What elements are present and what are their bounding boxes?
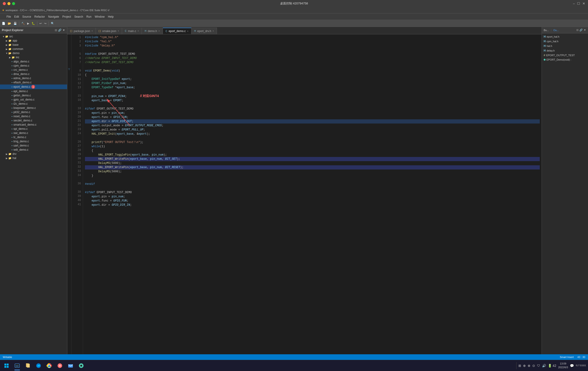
menu-refactor[interactable]: Refactor bbox=[34, 15, 45, 18]
menu-project[interactable]: Project bbox=[63, 15, 71, 18]
menu-window[interactable]: Window bbox=[95, 15, 105, 18]
taskbar-app-mail[interactable] bbox=[65, 360, 76, 371]
tree-item-reset-demo[interactable]: ▶ ▪ reset_demo.c bbox=[0, 114, 67, 118]
tab-bar[interactable]: { } package.json × { } xmake.json × C ma… bbox=[67, 27, 542, 34]
tree-item-swi-demo[interactable]: ▶ ▪ swi_demo.c bbox=[0, 131, 67, 135]
right-tab-build[interactable]: Bu... bbox=[544, 29, 549, 32]
collapse-icon[interactable]: ⊟ bbox=[576, 29, 578, 32]
tree-item-tc-demo[interactable]: ▶ ▪ tc_demo.c bbox=[0, 135, 67, 139]
tree-item-src[interactable]: ▼ 📁 src bbox=[0, 34, 67, 39]
right-panel-icons[interactable]: ⊟ 🔗 ▼ bbox=[576, 29, 586, 32]
outline-item-cpm-hal[interactable]: H cpm_hal.h bbox=[543, 39, 587, 44]
bluetooth-icon[interactable]: ⊕ bbox=[523, 364, 526, 368]
tab-eport-drv-h[interactable]: H eport_drv.h × bbox=[191, 28, 217, 34]
tree-item-uart-demo[interactable]: ▶ ▪ uart_demo.c bbox=[0, 143, 67, 148]
toolbar-new[interactable]: 📄 bbox=[1, 21, 6, 26]
tree-item-crc-demo[interactable]: ▶ ▪ crc_demo.c bbox=[0, 68, 67, 72]
tree-item-edma-demo[interactable]: ▶ ▪ edma_demo.c bbox=[0, 76, 67, 80]
tab-package-json[interactable]: { } package.json × bbox=[67, 28, 96, 34]
toolbar-run[interactable]: ▶ bbox=[26, 21, 30, 26]
toolbar-search[interactable]: 🔍 bbox=[50, 21, 55, 26]
toolbar-redo[interactable]: ↪ bbox=[43, 21, 47, 26]
sys-clock[interactable]: 13:09 2022/6/3 bbox=[558, 362, 568, 369]
collapse-all-icon[interactable]: ⊟ bbox=[55, 29, 57, 32]
outline-item-eport-hal[interactable]: H eport_hal.h bbox=[543, 34, 587, 39]
menu-source[interactable]: Source bbox=[22, 15, 31, 18]
menu-icon-right[interactable]: ▼ bbox=[584, 29, 586, 32]
close-button[interactable] bbox=[3, 2, 6, 5]
tree-item-trng-demo[interactable]: ▶ ▪ trng_demo.c bbox=[0, 139, 67, 143]
maximize-button[interactable] bbox=[12, 2, 15, 5]
tree-item-smartcard-demo[interactable]: ▶ ▪ smartcard_demo.c bbox=[0, 123, 67, 127]
tree-item-ept-demo[interactable]: ▶ ▪ ept_demo.c bbox=[0, 89, 67, 93]
outline-item-hal[interactable]: H hal.h bbox=[543, 44, 587, 48]
tree-item-drv[interactable]: ▶ 📁 drv bbox=[0, 152, 67, 156]
right-tab-outline[interactable]: Ou... bbox=[553, 29, 559, 32]
security-icon[interactable]: ⊙ bbox=[532, 364, 535, 368]
battery-icon[interactable]: 🔋 42 bbox=[548, 364, 556, 368]
toolbar-debug[interactable]: 🐛 bbox=[31, 21, 36, 26]
window-controls[interactable] bbox=[3, 2, 15, 5]
close-icon[interactable]: ✕ bbox=[582, 2, 585, 5]
tree-item-i2c-demo[interactable]: ▶ ▪ i2c_demo.c bbox=[0, 102, 67, 106]
taskbar-app-chrome[interactable] bbox=[44, 360, 54, 371]
taskbar-start-button[interactable] bbox=[2, 361, 11, 370]
tree-item-hal[interactable]: ▶ 📁 hal bbox=[0, 156, 67, 160]
tree-item-eport-demo[interactable]: ▶ ▪ eport_demo.c 1 bbox=[0, 85, 67, 89]
fold-marker-void[interactable]: ▽ bbox=[68, 68, 70, 70]
tree-item-secdet-demo[interactable]: ▶ ▪ secdet_demo.c bbox=[0, 118, 67, 123]
volume-icon[interactable]: 🔊 bbox=[542, 364, 546, 368]
menu-help[interactable]: Help bbox=[108, 15, 114, 18]
shield-icon[interactable]: 🛡 bbox=[537, 364, 540, 368]
tree-item-wdt-demo[interactable]: ▶ ▪ wdt_demo.c bbox=[0, 148, 67, 152]
menu-edit[interactable]: Edit bbox=[14, 15, 19, 18]
tab-close-eport-drv-h[interactable]: × bbox=[212, 30, 214, 32]
link-editor-icon[interactable]: 🔗 bbox=[58, 29, 62, 32]
tab-close-xmake[interactable]: × bbox=[118, 30, 119, 32]
toolbar-undo[interactable]: ↩ bbox=[39, 21, 43, 26]
sidebar-tree[interactable]: ▼ 📁 src ▶ 📁 app ▶ 📁 base ▶ bbox=[0, 33, 67, 354]
taskbar-app-settings[interactable] bbox=[76, 360, 86, 371]
sidebar-menu-icon[interactable]: ▼ bbox=[63, 29, 65, 32]
tree-item-inc[interactable]: ▶ 📁 inc bbox=[0, 55, 67, 59]
tree-item-base[interactable]: ▶ 📁 base bbox=[0, 43, 67, 47]
tree-item-eflash-demo[interactable]: ▶ ▪ eflash_demo.c bbox=[0, 80, 67, 85]
minimize-icon[interactable]: – bbox=[573, 2, 575, 5]
taskbar-app-edge[interactable] bbox=[33, 360, 44, 371]
toolbar-save[interactable]: 💾 bbox=[12, 21, 18, 26]
title-bar-actions[interactable]: – ☐ ✕ bbox=[573, 2, 585, 5]
menu-navigate[interactable]: Navigate bbox=[48, 15, 59, 18]
tree-item-gpio-demo[interactable]: ▶ ▪ gpio_usi_demo.c bbox=[0, 97, 67, 102]
tree-item-common[interactable]: ▶ 📁 common bbox=[0, 47, 67, 51]
tree-item-spi-demo[interactable]: ▶ ▪ spi_demo.c bbox=[0, 127, 67, 131]
minimize-button[interactable] bbox=[7, 2, 10, 5]
tab-close-main[interactable]: × bbox=[138, 30, 139, 32]
sidebar-actions[interactable]: ⊟ 🔗 ▼ bbox=[55, 29, 65, 32]
outline-item-eport-output-test[interactable]: # EPORT_OUTPUT_TEST bbox=[543, 53, 587, 58]
menu-file[interactable]: File bbox=[7, 15, 11, 18]
tree-item-algo-demo[interactable]: ▶ ▪ algo_demo.c bbox=[0, 59, 67, 64]
menu-search[interactable]: Search bbox=[74, 15, 83, 18]
tree-item-pit32-demo[interactable]: ▶ ▪ pit32_demo.c bbox=[0, 110, 67, 114]
code-editor[interactable]: ▽ 1 2 3 5 6 7 9 10 11 12 13 15 16 bbox=[67, 34, 542, 354]
outline-item-delay[interactable]: H delay.h bbox=[543, 48, 587, 53]
outline-item-eport-demo-func[interactable]: EPORT_Demo(void) : bbox=[543, 58, 587, 62]
link-icon[interactable]: 🔗 bbox=[579, 29, 583, 32]
menu-run[interactable]: Run bbox=[86, 15, 91, 18]
taskbar-app-files[interactable] bbox=[23, 360, 33, 371]
tab-close-demo-h[interactable]: × bbox=[158, 30, 160, 32]
antivirus-icon[interactable]: ⊗ bbox=[528, 364, 530, 368]
tree-item-lowpower-demo[interactable]: ▶ ▪ lowpower_demo.c bbox=[0, 106, 67, 110]
tree-item-demo[interactable]: ▼ 📂 demo bbox=[0, 51, 67, 55]
toolbar-open[interactable]: 📂 bbox=[7, 21, 12, 26]
tree-item-getsn-demo[interactable]: ▶ ▪ getsn_demo.c bbox=[0, 93, 67, 97]
tab-close-package[interactable]: × bbox=[91, 30, 93, 32]
menu-items[interactable]: File Edit Source Refactor Navigate Proje… bbox=[7, 15, 114, 18]
tab-eport-demo-c[interactable]: C eport_demo.c × bbox=[163, 28, 191, 34]
tree-item-cpm-demo[interactable]: ▶ ▪ cpm_demo.c bbox=[0, 64, 67, 68]
notification-icon[interactable]: 💬 bbox=[570, 364, 574, 368]
tab-demo-h[interactable]: H demo.h × bbox=[142, 28, 163, 34]
taskbar-app-photos[interactable] bbox=[55, 360, 65, 371]
tree-item-dma-demo[interactable]: ▶ ▪ dma_demo.c bbox=[0, 72, 67, 76]
tab-close-eport-demo[interactable]: × bbox=[187, 30, 189, 32]
